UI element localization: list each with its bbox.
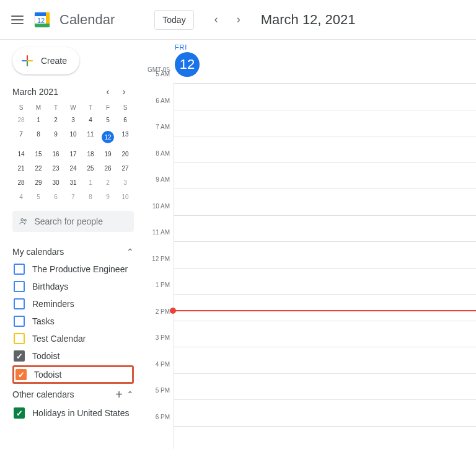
mini-day[interactable]: 1	[30, 115, 47, 125]
mini-day[interactable]: 6	[117, 115, 134, 125]
mini-day[interactable]: 10	[64, 129, 82, 145]
hour-slot[interactable]	[174, 189, 476, 215]
mini-day[interactable]: 4	[82, 115, 99, 125]
mini-day[interactable]: 9	[47, 129, 64, 145]
other-calendars-header[interactable]: Other calendars + ⌃	[12, 385, 134, 404]
calendar-item[interactable]: Reminders	[12, 295, 134, 313]
mini-day[interactable]: 10	[117, 192, 134, 202]
mini-day[interactable]: 9	[99, 192, 117, 202]
create-button[interactable]: Create	[12, 47, 79, 74]
current-time-indicator	[171, 310, 476, 311]
mini-day[interactable]: 8	[30, 129, 47, 145]
mini-day[interactable]: 18	[82, 149, 99, 159]
calendar-item[interactable]: The Productive Engineer	[12, 260, 134, 278]
add-calendar-icon[interactable]: +	[115, 388, 123, 401]
mini-day[interactable]: 13	[117, 129, 134, 145]
day-number-badge[interactable]: 12	[175, 52, 200, 77]
mini-dow: T	[82, 104, 99, 111]
calendar-item[interactable]: Todoist	[12, 347, 134, 365]
search-people-box[interactable]	[12, 211, 134, 232]
grid-divider	[174, 83, 174, 449]
hour-slot[interactable]	[174, 373, 476, 400]
mini-prev-month[interactable]: ‹	[100, 84, 115, 99]
calendar-checkbox[interactable]	[14, 264, 25, 275]
calendar-checkbox[interactable]	[15, 369, 27, 380]
app-title: Calendar	[60, 12, 115, 28]
hour-label: 5 AM	[156, 71, 170, 78]
mini-day[interactable]: 21	[12, 163, 30, 174]
calendar-item[interactable]: Birthdays	[12, 278, 134, 295]
mini-day[interactable]: 2	[47, 115, 64, 125]
mini-day[interactable]: 12	[99, 129, 117, 145]
mini-day[interactable]: 3	[117, 177, 134, 188]
mini-day[interactable]: 19	[99, 149, 117, 159]
mini-day[interactable]: 26	[99, 163, 117, 174]
mini-day[interactable]: 8	[82, 192, 99, 202]
calendar-item[interactable]: Holidays in United States	[12, 404, 134, 422]
hour-slot[interactable]	[174, 347, 476, 373]
calendar-checkbox[interactable]	[14, 333, 25, 344]
hour-slot[interactable]	[174, 83, 476, 110]
hour-label: 9 AM	[156, 176, 170, 183]
hour-label: 12 PM	[152, 256, 170, 262]
hour-slot[interactable]	[174, 162, 476, 189]
hour-slot[interactable]	[174, 399, 476, 426]
calendar-logo: 12	[32, 10, 52, 30]
hour-slot[interactable]	[174, 241, 476, 268]
mini-day[interactable]: 22	[30, 163, 47, 174]
mini-day[interactable]: 30	[47, 177, 64, 188]
hour-slot[interactable]	[174, 215, 476, 242]
calendar-checkbox[interactable]	[14, 350, 25, 362]
mini-day[interactable]: 4	[12, 192, 30, 202]
hour-label: 7 AM	[156, 123, 170, 130]
my-calendars-header[interactable]: My calendars ⌃	[12, 243, 134, 260]
mini-next-month[interactable]: ›	[117, 84, 131, 99]
hour-slot[interactable]	[174, 268, 476, 295]
hour-slot[interactable]	[174, 110, 476, 136]
mini-day[interactable]: 28	[12, 115, 30, 125]
mini-day[interactable]: 29	[30, 177, 47, 188]
mini-day[interactable]: 5	[30, 192, 47, 202]
calendar-checkbox[interactable]	[14, 281, 25, 292]
mini-day[interactable]: 17	[64, 149, 82, 159]
mini-day[interactable]: 3	[64, 115, 82, 125]
mini-day[interactable]: 23	[47, 163, 64, 174]
hour-grid[interactable]	[174, 83, 476, 449]
calendar-label: Reminders	[32, 299, 74, 309]
mini-day[interactable]: 27	[117, 163, 134, 174]
hour-slot[interactable]	[174, 321, 476, 347]
mini-day[interactable]: 16	[47, 149, 64, 159]
mini-day[interactable]: 11	[82, 129, 99, 145]
calendar-checkbox[interactable]	[14, 316, 25, 327]
svg-point-6	[25, 220, 27, 221]
hour-slot[interactable]	[174, 294, 476, 321]
today-button[interactable]: Today	[154, 10, 193, 30]
mini-day[interactable]: 7	[12, 129, 30, 145]
hour-slot[interactable]	[174, 136, 476, 162]
mini-day[interactable]: 28	[12, 177, 30, 188]
search-people-input[interactable]	[34, 216, 128, 226]
calendar-checkbox[interactable]	[14, 407, 25, 419]
hour-slot[interactable]	[174, 426, 476, 450]
menu-icon[interactable]	[10, 12, 25, 27]
mini-day[interactable]: 1	[82, 177, 99, 188]
calendar-checkbox[interactable]	[14, 298, 25, 309]
day-of-week-label: FRI	[175, 43, 476, 51]
mini-day[interactable]: 2	[99, 177, 117, 188]
calendar-item[interactable]: Tasks	[12, 313, 134, 330]
mini-day[interactable]: 25	[82, 163, 99, 174]
mini-day[interactable]: 24	[64, 163, 82, 174]
hour-label: 8 AM	[156, 150, 170, 157]
mini-day[interactable]: 31	[64, 177, 82, 188]
calendar-item[interactable]: Test Calendar	[12, 330, 134, 347]
mini-day[interactable]: 20	[117, 149, 134, 159]
mini-day[interactable]: 15	[30, 149, 47, 159]
mini-day[interactable]: 5	[99, 115, 117, 125]
prev-day-button[interactable]: ‹	[206, 10, 226, 30]
calendar-item[interactable]: Todoist	[12, 365, 134, 384]
mini-day[interactable]: 14	[12, 149, 30, 159]
next-day-button[interactable]: ›	[229, 10, 249, 30]
mini-day[interactable]: 7	[64, 192, 82, 202]
mini-calendar: SMTWTFS281234567891011121314151617181920…	[12, 104, 134, 202]
mini-day[interactable]: 6	[47, 192, 64, 202]
